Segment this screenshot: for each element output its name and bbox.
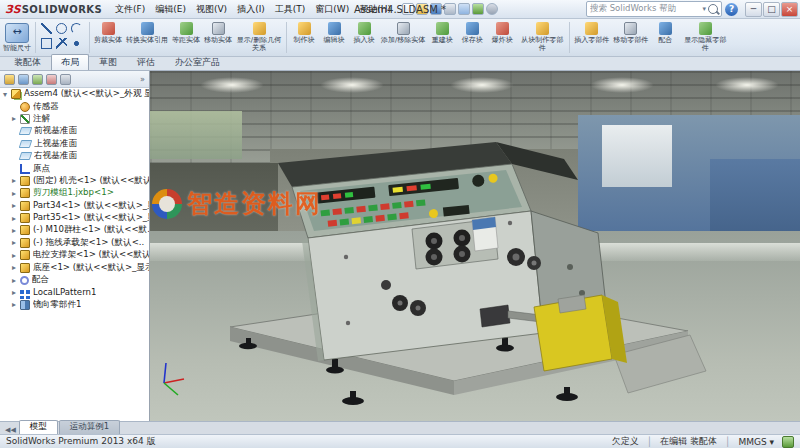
rebuild-icon[interactable]: [472, 3, 484, 15]
rectangle-icon[interactable]: [41, 38, 52, 49]
help-search-input[interactable]: 搜索 SolidWorks 帮助 ▾: [586, 1, 722, 17]
expand-arrow-icon[interactable]: ▸: [12, 214, 20, 223]
expand-arrow-icon[interactable]: ▸: [12, 226, 20, 235]
help-icon[interactable]: ?: [725, 3, 738, 16]
circle-icon[interactable]: [56, 23, 67, 34]
add-remove-entities-button[interactable]: 添加/移除实体: [379, 20, 427, 55]
tab-layout[interactable]: 布局: [51, 54, 89, 70]
minimize-button[interactable]: ─: [745, 2, 762, 17]
save-block-button[interactable]: 保存块: [457, 20, 487, 55]
smart-dimension-button[interactable]: ↔ 智能尺寸: [1, 20, 33, 55]
tree-item-sensors[interactable]: 传感器: [0, 100, 149, 112]
plane-icon: [19, 140, 33, 148]
point-icon[interactable]: [71, 38, 82, 49]
menu-edit[interactable]: 编辑(E): [150, 1, 191, 18]
menu-insert[interactable]: 插入(I): [232, 1, 270, 18]
move-entities-button[interactable]: 移动实体: [202, 20, 234, 55]
tree-item-root[interactable]: ▾ Assem4 (默认<<默认>_外观 显示状..: [0, 88, 149, 100]
tab-motion-study-1[interactable]: 运动算例1: [59, 420, 120, 434]
tree-item-component[interactable]: ▸ Part34<1> (默认<<默认>_显示..: [0, 200, 149, 212]
propertymanager-tab-icon[interactable]: [18, 74, 29, 85]
expand-arrow-icon[interactable]: ▸: [12, 238, 20, 247]
options-gear-icon[interactable]: [486, 3, 498, 15]
insert-block-icon: [358, 22, 371, 35]
tree-item-annotations[interactable]: ▸ 注解: [0, 113, 149, 125]
chevron-down-icon[interactable]: ▾: [702, 5, 706, 13]
tree-flyout-arrow-icon[interactable]: »: [140, 75, 145, 84]
menu-help[interactable]: 帮助(H): [354, 1, 396, 18]
expand-arrow-icon[interactable]: ▸: [12, 263, 20, 272]
dimxpert-tab-icon[interactable]: [46, 74, 57, 85]
menu-view[interactable]: 视图(V): [191, 1, 232, 18]
expand-arrow-icon[interactable]: ▸: [12, 114, 20, 123]
tab-assembly[interactable]: 装配体: [4, 54, 51, 70]
tree-item-component[interactable]: ▸ (-) M10群柱<1> (默认<<默..: [0, 224, 149, 236]
tab-office-products[interactable]: 办公室产品: [165, 54, 230, 70]
convert-entities-button[interactable]: 转换实体引用: [124, 20, 170, 55]
expand-arrow-icon[interactable]: ▸: [12, 251, 20, 260]
expand-arrow-icon[interactable]: ▸: [12, 201, 20, 210]
edit-block-button[interactable]: 编辑块: [319, 20, 349, 55]
insert-block-label: 插入块: [354, 36, 375, 44]
configurationmanager-tab-icon[interactable]: [32, 74, 43, 85]
cad-model-wire-cutting-machine[interactable]: [150, 71, 800, 421]
open-icon[interactable]: [416, 3, 428, 15]
explode-block-button[interactable]: 爆炸块: [487, 20, 517, 55]
menu-window[interactable]: 窗口(W): [310, 1, 354, 18]
tree-item-top-plane[interactable]: 上视基准面: [0, 138, 149, 150]
tree-item-component[interactable]: ▸ (固定) 机壳<1> (默认<<默认>_显示..: [0, 175, 149, 187]
menu-file[interactable]: 文件(F): [110, 1, 150, 18]
print-icon[interactable]: [444, 3, 456, 15]
close-button[interactable]: ×: [781, 2, 798, 17]
menu-tools[interactable]: 工具(T): [270, 1, 311, 18]
part-from-block-button[interactable]: 从块制作零部件: [517, 20, 567, 55]
trim-entities-button[interactable]: 剪裁实体: [92, 20, 124, 55]
expand-arrow-icon[interactable]: ▸: [12, 189, 20, 198]
tree-item-label: 配合: [32, 274, 49, 286]
insert-block-button[interactable]: 插入块: [349, 20, 379, 55]
tab-evaluate[interactable]: 评估: [127, 54, 165, 70]
units-selector[interactable]: MMGS ▾: [738, 437, 774, 447]
offset-entities-button[interactable]: 等距实体: [170, 20, 202, 55]
display-delete-relations-button[interactable]: 显示/删除几何关系: [234, 20, 284, 55]
tree-item-component[interactable]: ▸ 底座<1> (默认<<默认>_显示状..: [0, 261, 149, 273]
tab-sketch[interactable]: 草图: [89, 54, 127, 70]
spline-icon[interactable]: [56, 38, 67, 49]
insert-component-button[interactable]: 插入零部件: [572, 20, 611, 55]
tab-model[interactable]: 模型: [19, 420, 58, 434]
tree-item-origin[interactable]: 原点: [0, 162, 149, 174]
ribbon-separator: [35, 22, 36, 53]
tree-item-component[interactable]: ▸ (-) 拖线承载架<1> (默认<..: [0, 237, 149, 249]
expand-arrow-icon[interactable]: ▾: [3, 90, 11, 99]
search-icon[interactable]: [708, 4, 718, 14]
maximize-button[interactable]: □: [763, 2, 780, 17]
expand-arrow-icon[interactable]: ▸: [12, 288, 20, 297]
displaymanager-tab-icon[interactable]: [60, 74, 71, 85]
move-component-label: 移动零部件: [613, 36, 648, 44]
line-icon[interactable]: [41, 23, 52, 34]
move-component-button[interactable]: 移动零部件: [611, 20, 650, 55]
make-block-button[interactable]: 制作块: [289, 20, 319, 55]
expand-arrow-icon[interactable]: ▸: [12, 276, 20, 285]
tree-item-mirror-component[interactable]: ▸ 镜向零部件1: [0, 299, 149, 311]
tree-item-label: 前视基准面: [34, 125, 77, 137]
tree-item-front-plane[interactable]: 前视基准面: [0, 125, 149, 137]
tab-scroll-left-icon[interactable]: ◀◀: [2, 426, 19, 434]
tree-item-local-pattern[interactable]: ▸ LocalLPattern1: [0, 286, 149, 298]
undo-icon[interactable]: [458, 3, 470, 15]
graphics-area[interactable]: 智造资料网: [150, 71, 800, 421]
expand-arrow-icon[interactable]: ▸: [12, 176, 20, 185]
new-file-icon[interactable]: [402, 3, 414, 15]
tree-item-mates[interactable]: ▸ 配合: [0, 274, 149, 286]
tree-item-component[interactable]: ▸ 电控支撑架<1> (默认<<默认>_显示..: [0, 249, 149, 261]
mate-button[interactable]: 配合: [650, 20, 680, 55]
tree-item-right-plane[interactable]: 右视基准面: [0, 150, 149, 162]
tree-item-component[interactable]: ▸ Part35<1> (默认<<默认>_显示状..: [0, 212, 149, 224]
tree-item-component[interactable]: ▸ 剪刀模组1.jxbp<1>: [0, 187, 149, 199]
show-hidden-components-button[interactable]: 显示隐藏零部件: [680, 20, 730, 55]
featuremanager-tab-icon[interactable]: [4, 74, 15, 85]
expand-arrow-icon[interactable]: ▸: [12, 300, 20, 309]
arc-icon[interactable]: [71, 23, 82, 34]
rebuild-block-button[interactable]: 重建块: [427, 20, 457, 55]
save-icon[interactable]: [430, 3, 442, 15]
